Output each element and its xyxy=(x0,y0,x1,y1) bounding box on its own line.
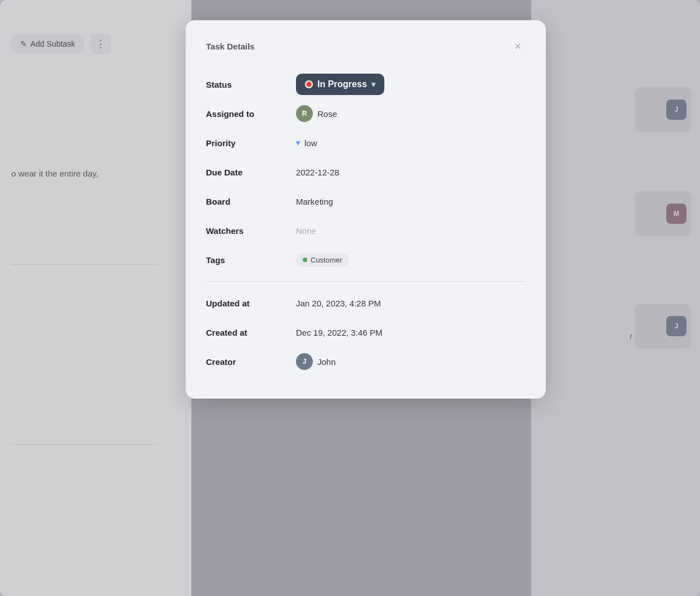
close-button[interactable]: × xyxy=(510,38,526,54)
due-date-text: 2022-12-28 xyxy=(296,168,339,177)
creator-row: Creator J John xyxy=(206,347,526,376)
close-icon: × xyxy=(514,40,521,53)
created-at-value: Dec 19, 2022, 3:46 PM xyxy=(296,328,382,337)
status-row: Status In Progress ▾ xyxy=(206,70,526,99)
priority-value: ▾ low xyxy=(296,138,317,148)
updated-at-value: Jan 20, 2023, 4:28 PM xyxy=(296,299,381,308)
board-value: Marketing xyxy=(296,197,333,206)
creator-name: John xyxy=(317,357,336,367)
board-row: Board Marketing xyxy=(206,187,526,216)
status-text: In Progress xyxy=(317,79,367,89)
priority-text: low xyxy=(304,138,317,148)
board-text: Marketing xyxy=(296,197,333,206)
due-date-value: 2022-12-28 xyxy=(296,168,339,177)
priority-chevron-icon: ▾ xyxy=(296,138,300,147)
modal-divider xyxy=(206,281,526,282)
updated-at-row: Updated at Jan 20, 2023, 4:28 PM xyxy=(206,288,526,318)
chevron-down-icon: ▾ xyxy=(371,80,375,89)
modal-title: Task Details xyxy=(206,42,254,51)
assignee-avatar: R xyxy=(296,105,313,122)
assigned-to-label: Assigned to xyxy=(206,109,296,119)
creator-label: Creator xyxy=(206,357,296,367)
board-label: Board xyxy=(206,197,296,206)
tags-value: Customer xyxy=(296,253,349,267)
watchers-row: Watchers None xyxy=(206,216,526,245)
task-details-modal: Task Details × Status In Progress ▾ Assi… xyxy=(186,20,546,399)
assigned-to-row: Assigned to R Rose xyxy=(206,99,526,128)
due-date-label: Due Date xyxy=(206,168,296,177)
status-button[interactable]: In Progress ▾ xyxy=(296,74,384,95)
created-at-row: Created at Dec 19, 2022, 3:46 PM xyxy=(206,318,526,347)
updated-at-text: Jan 20, 2023, 4:28 PM xyxy=(296,299,381,308)
creator-avatar: J xyxy=(296,353,313,370)
tags-label: Tags xyxy=(206,255,296,265)
status-value: In Progress ▾ xyxy=(296,74,384,95)
assignee-name: Rose xyxy=(317,109,337,119)
tags-row: Tags Customer xyxy=(206,245,526,274)
creator-value: J John xyxy=(296,353,336,370)
tag-dot-icon xyxy=(303,258,307,262)
created-at-text: Dec 19, 2022, 3:46 PM xyxy=(296,328,382,337)
priority-label: Priority xyxy=(206,138,296,148)
modal-header: Task Details × xyxy=(206,38,526,54)
tag-customer[interactable]: Customer xyxy=(296,253,349,267)
watchers-text: None xyxy=(296,226,316,236)
watchers-value: None xyxy=(296,226,316,236)
status-dot-icon xyxy=(305,80,313,88)
created-at-label: Created at xyxy=(206,328,296,337)
priority-row: Priority ▾ low xyxy=(206,128,526,157)
status-label: Status xyxy=(206,80,296,89)
watchers-label: Watchers xyxy=(206,226,296,236)
due-date-row: Due Date 2022-12-28 xyxy=(206,157,526,187)
assigned-to-value: R Rose xyxy=(296,105,337,122)
tag-text: Customer xyxy=(311,256,342,264)
updated-at-label: Updated at xyxy=(206,299,296,308)
